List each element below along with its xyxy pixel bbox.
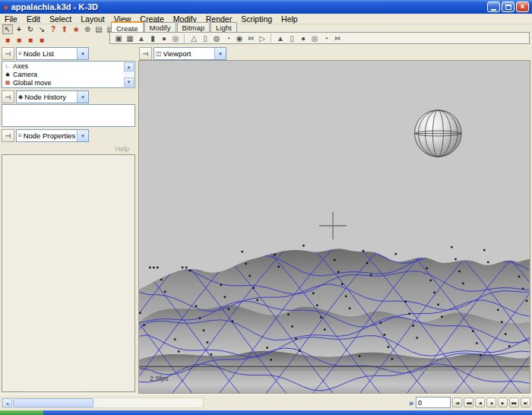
node-list: ∟ Axes ◉ Camera ▦ Global move ▲ ▼ bbox=[2, 61, 135, 88]
add-tool-button[interactable]: ⊕ bbox=[82, 24, 93, 34]
list-item-global-move[interactable]: ▦ Global move bbox=[2, 78, 135, 87]
node-properties-pin-button[interactable]: ⊣ bbox=[2, 129, 14, 142]
create-quadric-paraboloid-button[interactable]: ▷ bbox=[257, 33, 268, 43]
create-quadric-cylinder-button[interactable]: ▯ bbox=[200, 33, 211, 43]
create-nurbs-polygon-button[interactable]: ⋈ bbox=[332, 33, 343, 43]
chevron-down-icon[interactable]: ▼ bbox=[77, 130, 88, 141]
rewind-icon: ◀◀ bbox=[466, 401, 471, 405]
quadric-hyperboloid-icon: ◔ bbox=[226, 34, 230, 43]
tab-modify[interactable]: Modify bbox=[144, 22, 176, 32]
viewport-3d-view[interactable] bbox=[139, 61, 530, 393]
create-quadric-sphere-button[interactable]: ◉ bbox=[234, 33, 245, 43]
horizontal-scrollbar[interactable]: ◂ bbox=[2, 398, 204, 408]
select-faces-button[interactable]: ■ bbox=[36, 35, 47, 45]
tab-bitmap[interactable]: Bitmap bbox=[177, 22, 211, 32]
minimize-button[interactable] bbox=[487, 2, 500, 12]
create-nurbs-cylinder-button[interactable]: ▯ bbox=[287, 33, 297, 43]
select-nodes-icon: ■ bbox=[5, 36, 10, 44]
chevron-down-icon[interactable]: ▼ bbox=[214, 48, 226, 59]
node-list-pin-button[interactable]: ⊣ bbox=[2, 47, 14, 60]
toolbar-separator bbox=[184, 34, 185, 43]
time-start-button[interactable]: |◀ bbox=[452, 398, 462, 407]
create-nurbs-patch-button[interactable]: ◔ bbox=[321, 33, 331, 43]
render-preview-button[interactable]: ▤ bbox=[93, 24, 104, 34]
poly-cube-icon: ▣ bbox=[115, 34, 122, 43]
nurbs-torus-icon: ◎ bbox=[312, 34, 318, 43]
main-toolbar: ↖ + ↻ ↘ ? ⇑ ∗ ⊕ ▤ ▤ bbox=[2, 24, 116, 34]
time-reverse-button[interactable]: ◀ bbox=[475, 398, 485, 407]
sphere-mesh[interactable] bbox=[415, 110, 462, 157]
time-stop-button[interactable]: ■ bbox=[486, 398, 496, 407]
maximize-button[interactable] bbox=[502, 2, 515, 12]
time-play-button[interactable]: ▶ bbox=[498, 398, 508, 407]
viewport-combo[interactable]: ◫ Viewport ▼ bbox=[154, 47, 226, 60]
chevron-down-icon[interactable]: ▼ bbox=[77, 48, 88, 59]
create-poly-cylinder-button[interactable]: ▮ bbox=[147, 33, 158, 43]
select-lines-button[interactable]: ■ bbox=[25, 35, 36, 45]
nurbs-patch-icon: ◔ bbox=[324, 34, 328, 43]
scrollbar-thumb[interactable] bbox=[13, 398, 93, 407]
close-icon: × bbox=[521, 3, 525, 11]
time-rewind-button[interactable]: ◀◀ bbox=[464, 398, 473, 407]
rotate-tool-button[interactable]: ↻ bbox=[25, 24, 36, 34]
create-quadric-cone-button[interactable]: △ bbox=[188, 33, 199, 43]
poly-sphere-icon: ● bbox=[162, 34, 166, 43]
select-lines-icon: ■ bbox=[28, 36, 33, 44]
menu-edit[interactable]: Edit bbox=[22, 14, 45, 24]
node-list-header: ⊣ ≡ Node List ▼ bbox=[2, 46, 135, 61]
tab-light[interactable]: Light bbox=[211, 22, 237, 32]
start-button-strip bbox=[0, 410, 43, 415]
node-list-icon: ≡ bbox=[18, 50, 22, 57]
node-list-scrollbar[interactable]: ▲ ▼ bbox=[124, 62, 134, 87]
create-nurbs-sphere-button[interactable]: ● bbox=[298, 33, 309, 43]
create-poly-cube-button[interactable]: ▣ bbox=[113, 33, 124, 43]
select-points-button[interactable]: ■ bbox=[14, 35, 24, 45]
create-quadric-hyperboloid-button[interactable]: ◔ bbox=[223, 33, 233, 43]
node-history-pin-button[interactable]: ⊣ bbox=[2, 90, 14, 103]
chevron-down-icon[interactable]: ▼ bbox=[77, 91, 88, 103]
create-poly-grid-button[interactable]: ▦ bbox=[125, 33, 135, 43]
move-tool-button[interactable]: + bbox=[14, 24, 24, 34]
list-item-axes[interactable]: ∟ Axes bbox=[2, 62, 135, 70]
app-icon: ● bbox=[3, 2, 8, 11]
close-button[interactable]: × bbox=[516, 2, 529, 12]
node-history-combo[interactable]: ◆ Node History ▼ bbox=[16, 90, 89, 103]
create-nurbs-torus-button[interactable]: ◎ bbox=[309, 33, 320, 43]
help-link[interactable]: Help bbox=[115, 145, 129, 153]
frame-input[interactable] bbox=[416, 397, 451, 408]
menu-layout[interactable]: Layout bbox=[76, 14, 109, 24]
select-tool-button[interactable]: ↖ bbox=[2, 24, 13, 34]
node-properties-icon: ≡ bbox=[18, 132, 22, 139]
scale-tool-button[interactable]: ↘ bbox=[36, 24, 47, 34]
create-quadric-disk-button[interactable]: ◍ bbox=[211, 33, 222, 43]
viewport-pin-button[interactable]: ⊣ bbox=[139, 47, 152, 60]
node-list-combo[interactable]: ≡ Node List ▼ bbox=[16, 47, 89, 60]
menu-select[interactable]: Select bbox=[45, 14, 76, 24]
scroll-down-icon[interactable]: ▼ bbox=[124, 78, 134, 87]
tool-notebook: Create Modify Bitmap Light ▣ ▦ ▲ ▮ ● ◎ △… bbox=[109, 22, 530, 45]
select-nodes-button[interactable]: ■ bbox=[2, 35, 13, 45]
scroll-up-icon[interactable]: ▲ bbox=[124, 62, 134, 71]
viewport-canvas[interactable]: 2.9fps bbox=[138, 60, 530, 394]
menu-file[interactable]: File bbox=[0, 14, 22, 24]
time-forward-button[interactable]: ▶▶ bbox=[509, 398, 519, 407]
node-history-list bbox=[2, 104, 135, 127]
create-poly-sphere-button[interactable]: ● bbox=[159, 33, 169, 43]
create-toolbar: ▣ ▦ ▲ ▮ ● ◎ △ ▯ ◍ ◔ ◉ ⋈ ▷ ▲ ▯ ● ◎ ◔ ⋈ bbox=[109, 32, 530, 44]
frame-toggle-icon[interactable]: » bbox=[409, 398, 413, 407]
parent-tool-button[interactable]: ⇑ bbox=[59, 24, 70, 34]
node-properties-combo[interactable]: ≡ Node Properties ▼ bbox=[16, 129, 89, 142]
create-nurbs-cone-button[interactable]: ▲ bbox=[275, 33, 286, 43]
scroll-left-icon[interactable]: ◂ bbox=[2, 398, 12, 407]
quadric-disk-icon: ◍ bbox=[214, 34, 220, 43]
camera-icon: ◉ bbox=[5, 71, 11, 78]
snap-tool-button[interactable]: ∗ bbox=[71, 24, 81, 34]
time-end-button[interactable]: ▶| bbox=[521, 398, 530, 407]
poly-cone-icon: ▲ bbox=[138, 34, 145, 43]
create-poly-cone-button[interactable]: ▲ bbox=[136, 33, 147, 43]
list-item-camera[interactable]: ◉ Camera bbox=[2, 70, 135, 78]
context-help-button[interactable]: ? bbox=[48, 24, 59, 34]
quadric-bilinear-icon: ⋈ bbox=[248, 35, 254, 42]
create-quadric-bilinear-button[interactable]: ⋈ bbox=[245, 33, 256, 43]
create-poly-torus-button[interactable]: ◎ bbox=[170, 33, 181, 43]
